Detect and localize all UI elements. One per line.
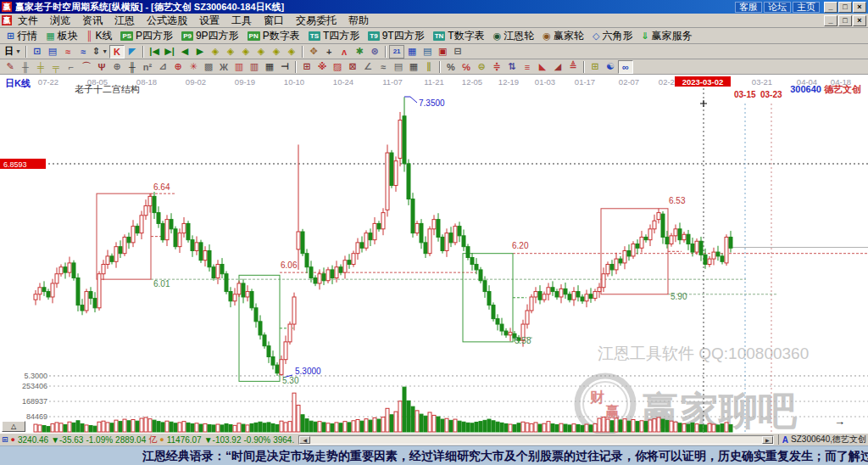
shrink-h-icon[interactable]: ◈ (253, 45, 269, 59)
menu-item-6[interactable]: 工具 (225, 14, 258, 28)
menu-item-8[interactable]: 交易委托 (290, 14, 342, 28)
toolbar-winner-service-button[interactable]: ⇓赢家服务 (637, 29, 696, 43)
tool-tri2-icon[interactable]: ◢ (550, 60, 565, 74)
prev-icon[interactable]: ◀ (177, 45, 192, 59)
menu-item-3[interactable]: 江恩 (108, 14, 141, 28)
scroll-right-icon[interactable]: ▶ (762, 436, 773, 444)
draw-bars-icon[interactable]: ╫ (125, 60, 140, 74)
cart-icon[interactable]: ⊟ (450, 45, 465, 59)
status-scrollbar[interactable]: ◀ ▶ (298, 435, 774, 445)
titlebar-link-2[interactable]: 主页 (793, 2, 820, 13)
draw-angle-icon[interactable]: ∠ (360, 60, 376, 74)
mdi-minimize-button[interactable]: _ (824, 15, 837, 26)
menu-item-1[interactable]: 浏览 (44, 14, 76, 28)
crosshair-tool-icon[interactable]: + (321, 45, 337, 59)
minimize-button[interactable]: _ (824, 2, 837, 13)
menu-item-0[interactable]: 文件 (12, 14, 44, 28)
tool-percent2-icon[interactable]: ℅ (459, 60, 474, 74)
menu-item-2[interactable]: 资讯 (76, 14, 108, 28)
volume-pane-toggle-button[interactable]: △ (2, 421, 25, 432)
tool-gold2-icon[interactable]: ≑ (489, 60, 504, 74)
wave-large-icon[interactable]: ≈ (75, 45, 91, 59)
toolbar-t9-square-button[interactable]: T99T四方形 (364, 29, 428, 43)
restore-button[interactable]: □ (838, 2, 852, 13)
toolbar-quotes-button[interactable]: ⊞行情 (3, 29, 42, 43)
notes-icon[interactable]: ▤ (420, 45, 435, 59)
draw-matrix-icon[interactable]: ▦ (406, 60, 421, 74)
next-icon[interactable]: ▶ (192, 45, 208, 59)
window-layout-icon[interactable]: ⊡ (30, 45, 45, 59)
draw-zig-icon[interactable]: ≈ (376, 60, 391, 74)
calculator-icon[interactable]: ▦ (404, 45, 420, 59)
wave-small-icon[interactable]: ≈ (60, 45, 75, 59)
draw-levels-icon[interactable]: ╪ (33, 60, 48, 74)
tool-updown-icon[interactable]: ⇅ (504, 60, 520, 74)
tool-gold-icon[interactable]: ⊜ (474, 60, 489, 74)
info-panel-icon[interactable]: ▤ (45, 45, 60, 59)
draw-tri-icon[interactable]: ⊿ (155, 60, 170, 74)
flag-icon[interactable]: ◤ (125, 45, 140, 59)
draw-k-icon[interactable]: Ж (216, 60, 231, 74)
draw-arc-icon[interactable]: ⌒ (79, 60, 94, 74)
titlebar-link-0[interactable]: 客服 (735, 2, 762, 13)
last-page-icon[interactable]: ▶| (162, 45, 177, 59)
draw-grid-icon[interactable]: ╫ (18, 60, 33, 74)
chart-area[interactable]: 江恩工具软件 QQ:100800360财赢赢家聊吧253406168937844… (0, 75, 868, 434)
draw-corner-icon[interactable]: ⌐ (64, 60, 79, 74)
zoom-left-icon[interactable]: ◈ (208, 45, 223, 59)
toolbar-p-square-button[interactable]: PSP四方形 (116, 29, 177, 43)
menu-item-7[interactable]: 窗口 (258, 14, 290, 28)
table-icon[interactable]: ⊞ (2, 435, 8, 444)
toolbar-p9-square-button[interactable]: P99P四方形 (177, 29, 242, 43)
scroll-right-chart-icon[interactable]: → (834, 415, 845, 428)
close-button[interactable]: × (853, 2, 866, 13)
draw-panel-icon[interactable]: ▤ (391, 60, 406, 74)
taiji-icon[interactable]: ☯ (603, 60, 618, 74)
draw-fork-icon[interactable]: Ψ (94, 60, 109, 74)
draw-fence2-icon[interactable]: ▥ (247, 60, 262, 74)
draw-rect-icon[interactable]: ⊞ (299, 60, 314, 74)
draw-fence-icon[interactable]: ▥ (231, 60, 247, 74)
draw-net-icon[interactable]: ▩ (201, 60, 216, 74)
draw-target-icon[interactable]: ⊕ (170, 60, 186, 74)
scroll-left-icon[interactable]: ◀ (299, 436, 310, 444)
toolbar-sectors-button[interactable]: ▦板块 (42, 29, 81, 43)
draw-circle-icon[interactable]: ⊕ (109, 60, 125, 74)
toolbar-t-square-button[interactable]: TST四方形 (304, 29, 364, 43)
draw-n2-icon[interactable]: n² (140, 60, 155, 74)
draw-star-icon[interactable]: ✳ (186, 60, 201, 74)
draw-grid9-icon[interactable]: ▦ (262, 60, 277, 74)
hand-tool-icon[interactable]: ✥ (306, 45, 321, 59)
mdi-close-button[interactable]: × (853, 15, 866, 26)
wheel-tool-icon[interactable]: ⊛ (367, 45, 382, 59)
grid-toggle-icon[interactable]: ⊞ (587, 60, 603, 74)
menu-item-5[interactable]: 设置 (193, 14, 225, 28)
period-day-dropdown[interactable]: 日▼ (3, 45, 23, 59)
first-page-icon[interactable]: |◀ (147, 45, 162, 59)
toolbar-t-number-table-button[interactable]: TNT数字表 (429, 29, 489, 43)
toolbar-winner-wheel-button[interactable]: ◉赢家轮 (538, 29, 588, 43)
infinity-icon[interactable]: ∞ (618, 60, 633, 74)
draw-parallel-icon[interactable]: ∥ (421, 60, 437, 74)
trend-tool-icon[interactable]: ʌ (337, 45, 352, 59)
tool-lines-icon[interactable]: ≡ (520, 60, 535, 74)
gann-rose-icon[interactable]: ✱ (352, 45, 367, 59)
tool-percent-icon[interactable]: % (443, 60, 459, 74)
expand-v-icon[interactable]: ◈ (269, 45, 284, 59)
kline-style-icon[interactable]: K (109, 45, 125, 59)
draw-boxx-icon[interactable]: ⊠ (345, 60, 360, 74)
toolbar-hexagon-button[interactable]: ◇六角形 (588, 29, 637, 43)
menu-item-9[interactable]: 帮助 (342, 14, 375, 28)
scale-dropdown[interactable]: ⇕▼ (91, 45, 109, 59)
draw-measure-icon[interactable]: ⊣ (277, 60, 292, 74)
draw-steps-icon[interactable]: ╤ (48, 60, 64, 74)
draw-pen-icon[interactable]: ✎ (3, 60, 18, 74)
toolbar-kline-button[interactable]: ║K线 (82, 29, 117, 43)
save-icon[interactable]: ▣ (435, 45, 450, 59)
draw-fan-icon[interactable]: ※ (314, 60, 330, 74)
calendar-icon[interactable]: 21 (389, 45, 404, 59)
expand-h-icon[interactable]: ◈ (238, 45, 253, 59)
shrink-v-icon[interactable]: ◈ (284, 45, 299, 59)
mdi-restore-button[interactable]: □ (838, 15, 852, 26)
kline-chart[interactable]: 江恩工具软件 QQ:100800360财赢赢家聊吧253406168937844… (0, 75, 868, 434)
